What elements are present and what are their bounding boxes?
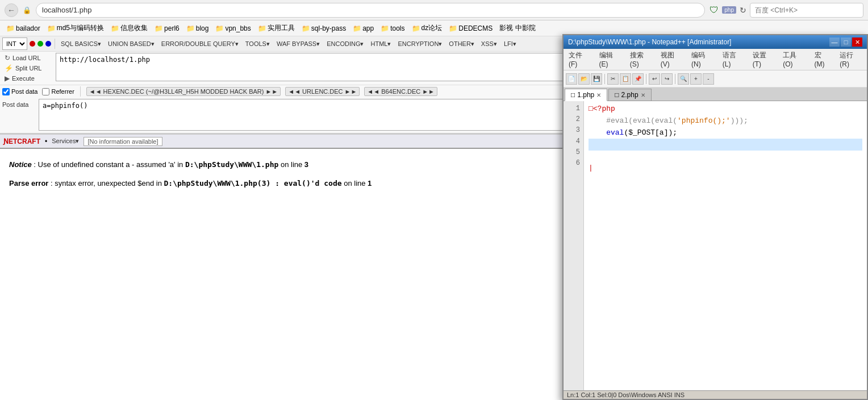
- maximize-button[interactable]: □: [841, 38, 851, 47]
- menu-tools[interactable]: 工具(O): [778, 49, 809, 69]
- notice-suffix: on line: [281, 160, 304, 169]
- notepad-title: D:\phpStudy\WWW\1.php - Notepad++ [Admin…: [568, 38, 731, 46]
- tab-2php-close[interactable]: ✕: [641, 92, 645, 98]
- parse-line-number: 1: [368, 179, 372, 188]
- tools-menu[interactable]: TOOLS▾: [243, 40, 272, 48]
- folder-icon: 📁: [412, 24, 420, 32]
- error-double-menu[interactable]: ERROR/DOUBLE QUERY▾: [159, 40, 241, 48]
- notepad-menubar: 文件(F) 编辑(E) 搜索(S) 视图(V) 编码(N) 语言(L) 设置(T…: [564, 49, 867, 70]
- netcraft-info: [No information available]: [84, 137, 162, 146]
- copy-btn[interactable]: 📋: [620, 73, 631, 85]
- find-btn[interactable]: 🔍: [678, 73, 689, 85]
- green-dot: [37, 41, 43, 47]
- int-select[interactable]: INT: [2, 38, 27, 50]
- minimize-button[interactable]: —: [829, 38, 840, 47]
- zoom-out-btn[interactable]: -: [703, 73, 714, 85]
- bookmark-blog[interactable]: 📁 blog: [185, 24, 211, 33]
- load-url-icon: ↻: [5, 54, 10, 62]
- menu-edit[interactable]: 编辑(E): [595, 49, 625, 69]
- bookmark-tools-sh[interactable]: 📁 实用工具: [256, 23, 297, 34]
- bookmark-vpn[interactable]: 📁 vpn_bbs: [214, 24, 252, 33]
- urlenc-badge[interactable]: ◄◄ URLENC.DEC ►►: [285, 87, 360, 96]
- folder-icon: 📁: [111, 24, 119, 32]
- lock-icon: 🔒: [23, 6, 31, 14]
- union-based-menu[interactable]: UNION BASED▾: [106, 40, 157, 48]
- parse-suffix: on line: [344, 179, 368, 188]
- tab-2php[interactable]: □ 2.php ✕: [608, 89, 651, 101]
- bookmark-md5[interactable]: 📁 md5与编码转换: [45, 23, 106, 34]
- menu-file[interactable]: 文件(F): [564, 49, 595, 69]
- netcraft-services-menu[interactable]: Services▾: [52, 138, 79, 145]
- menu-settings[interactable]: 设置(T): [748, 49, 779, 69]
- notepad-window: D:\phpStudy\WWW\1.php - Notepad++ [Admin…: [562, 34, 868, 400]
- referrer-checkbox[interactable]: Referrer: [42, 88, 74, 95]
- bookmark-sqlbypass[interactable]: 📁 sql-by-pass: [300, 24, 348, 33]
- cut-btn[interactable]: ✂: [607, 73, 619, 85]
- waf-bypass-menu[interactable]: WAF BYPASS▾: [274, 40, 322, 48]
- sql-basics-menu[interactable]: SQL BASICS▾: [59, 40, 103, 48]
- folder-icon: 📁: [302, 24, 310, 32]
- post-data-checkbox[interactable]: Post data: [2, 88, 37, 95]
- bookmark-info[interactable]: 📁 信息收集: [109, 23, 149, 34]
- browser-actions: 🛡 php ↻: [710, 3, 863, 18]
- folder-icon: 📁: [6, 24, 15, 32]
- other-menu[interactable]: OTHER▾: [446, 40, 477, 48]
- hackbar-sidebar: ↻ Load URL ⚡ Split URL ▶ Execute: [2, 53, 53, 84]
- html-menu[interactable]: HTML▾: [368, 40, 393, 48]
- bookmark-bailador[interactable]: 📁 bailador: [5, 24, 42, 33]
- undo-btn[interactable]: ↩: [649, 73, 660, 85]
- execute-button[interactable]: ▶ Execute: [2, 73, 53, 84]
- save-file-btn[interactable]: 💾: [591, 73, 602, 85]
- notice-text: : Use of undefined constant a - assumed …: [34, 160, 185, 169]
- menu-search[interactable]: 搜索(S): [625, 49, 656, 69]
- lfi-menu[interactable]: LFI▾: [502, 40, 519, 48]
- code-line-5: [589, 151, 862, 163]
- code-line-4: [589, 139, 862, 151]
- tab-1php-close[interactable]: ✕: [596, 92, 601, 98]
- menu-language[interactable]: 语言(L): [718, 49, 748, 69]
- bookmark-perl6[interactable]: 📁 perl6: [153, 24, 181, 33]
- close-button[interactable]: ✕: [852, 38, 862, 47]
- window-buttons: — □ ✕: [829, 38, 862, 47]
- browser-chrome: ← 🔒 localhost/1.php 🛡 php ↻: [0, 0, 868, 20]
- new-file-btn[interactable]: 📄: [566, 73, 577, 85]
- hexenc-badge[interactable]: ◄◄ HEXENC.DEC (~/@H3LL4R_H5H MODDED HACK…: [86, 87, 281, 96]
- notepad-toolbar: 📄 📂 💾 ✂ 📋 📌 ↩ ↪ 🔍 + -: [564, 70, 867, 88]
- bookmark-dede[interactable]: 📁 DEDECMS: [447, 24, 494, 33]
- b64enc-badge[interactable]: ◄◄ B64ENC.DEC ►►: [364, 87, 437, 96]
- separator: [55, 39, 55, 49]
- load-url-button[interactable]: ↻ Load URL: [2, 53, 53, 63]
- zoom-in-btn[interactable]: +: [690, 73, 702, 85]
- xss-menu[interactable]: XSS▾: [479, 40, 499, 48]
- layout-row: INT SQL BASICS▾ UNION BASED▾ ERROR/DOUBL…: [0, 36, 868, 400]
- search-input[interactable]: [750, 3, 863, 18]
- tab-1php-label: 1.php: [577, 91, 594, 99]
- bookmark-video[interactable]: 影视 中影院: [498, 23, 537, 34]
- folder-icon: 📁: [155, 24, 163, 32]
- redo-btn[interactable]: ↪: [661, 73, 673, 85]
- menu-macro[interactable]: 宏(M): [810, 49, 836, 69]
- php-badge: php: [722, 6, 736, 14]
- paste-btn[interactable]: 📌: [632, 73, 644, 85]
- folder-icon: 📁: [449, 24, 457, 32]
- tab-1php-icon: □: [571, 91, 575, 99]
- notice-label: Notice: [9, 160, 32, 169]
- bookmark-app[interactable]: 📁 app: [351, 24, 375, 33]
- tab-1php[interactable]: □ 1.php ✕: [565, 89, 607, 101]
- encryption-menu[interactable]: ENCRYPTION▾: [395, 40, 444, 48]
- menu-run[interactable]: 运行(R): [835, 49, 866, 69]
- address-bar[interactable]: localhost/1.php: [36, 3, 705, 18]
- notepad-editor: 1 2 3 4 5 6 □ <?php #eval(eval(eval('php…: [564, 101, 867, 390]
- back-button[interactable]: ←: [5, 3, 18, 17]
- bookmark-tools[interactable]: 📁 tools: [379, 24, 406, 33]
- code-area[interactable]: □ <?php #eval(eval(eval('phpinfo();')));…: [584, 101, 867, 390]
- menu-view[interactable]: 视图(V): [656, 49, 687, 69]
- refresh-button[interactable]: ↻: [740, 6, 746, 15]
- encoding-menu[interactable]: ENCODING▾: [324, 40, 366, 48]
- bookmark-dz[interactable]: 📁 dz论坛: [410, 23, 444, 34]
- split-url-button[interactable]: ⚡ Split URL: [2, 63, 53, 73]
- tab-2php-label: 2.php: [621, 91, 639, 99]
- menu-encode[interactable]: 编码(N): [687, 49, 718, 69]
- line-numbers: 1 2 3 4 5 6: [564, 101, 584, 390]
- open-file-btn[interactable]: 📂: [578, 73, 590, 85]
